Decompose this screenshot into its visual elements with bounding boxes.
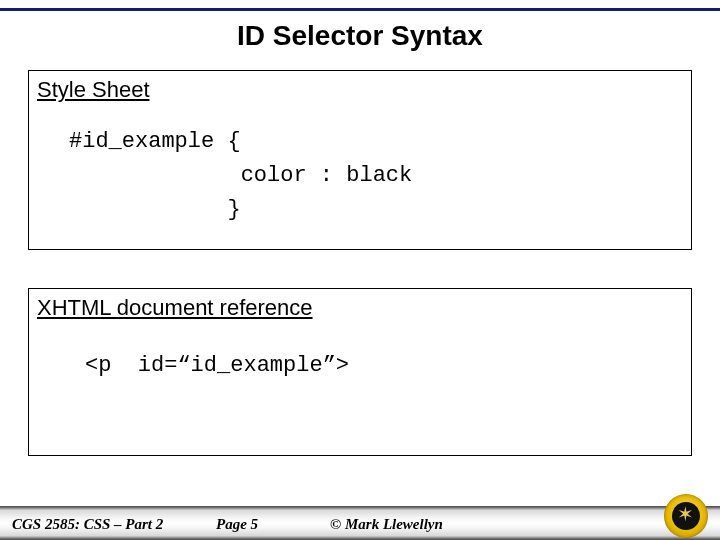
footer-page: Page 5	[216, 516, 258, 533]
footer-author: © Mark Llewellyn	[330, 516, 443, 533]
top-rule	[0, 8, 720, 11]
style-sheet-code: #id_example { color : black }	[69, 125, 691, 227]
style-sheet-box: Style Sheet #id_example { color : black …	[28, 70, 692, 250]
xhtml-reference-code: <p id=“id_example”>	[85, 349, 691, 383]
xhtml-reference-box: XHTML document reference <p id=“id_examp…	[28, 288, 692, 456]
slide-title: ID Selector Syntax	[0, 20, 720, 52]
ucf-pegasus-logo: ✶	[664, 494, 708, 538]
footer-course: CGS 2585: CSS – Part 2	[12, 516, 163, 533]
style-sheet-label: Style Sheet	[37, 77, 691, 103]
xhtml-reference-label: XHTML document reference	[37, 295, 691, 321]
